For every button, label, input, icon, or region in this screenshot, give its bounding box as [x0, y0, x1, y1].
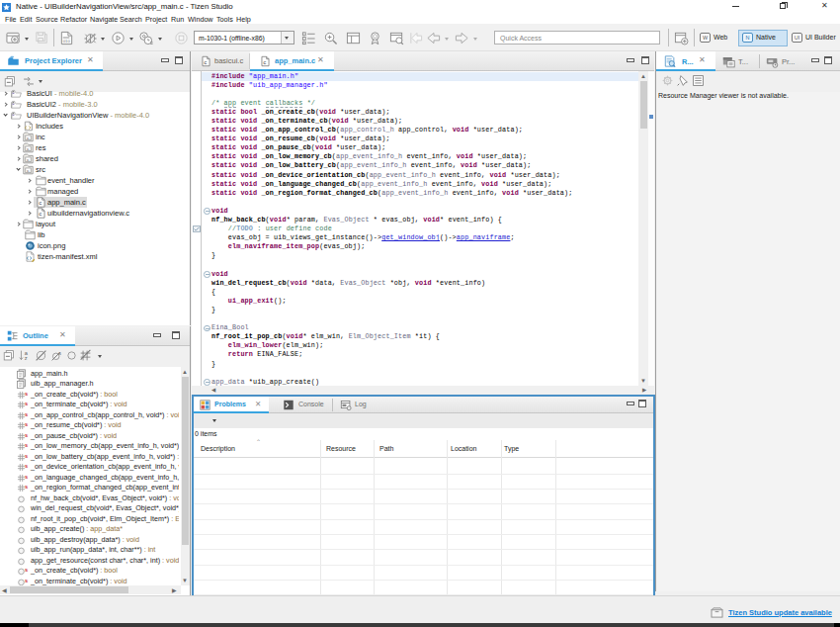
svg-text:c: c	[263, 59, 266, 66]
svg-text:c: c	[204, 59, 207, 66]
svg-text:010: 010	[63, 39, 71, 44]
svg-text:s: s	[58, 350, 61, 356]
svg-text:z: z	[25, 355, 28, 361]
